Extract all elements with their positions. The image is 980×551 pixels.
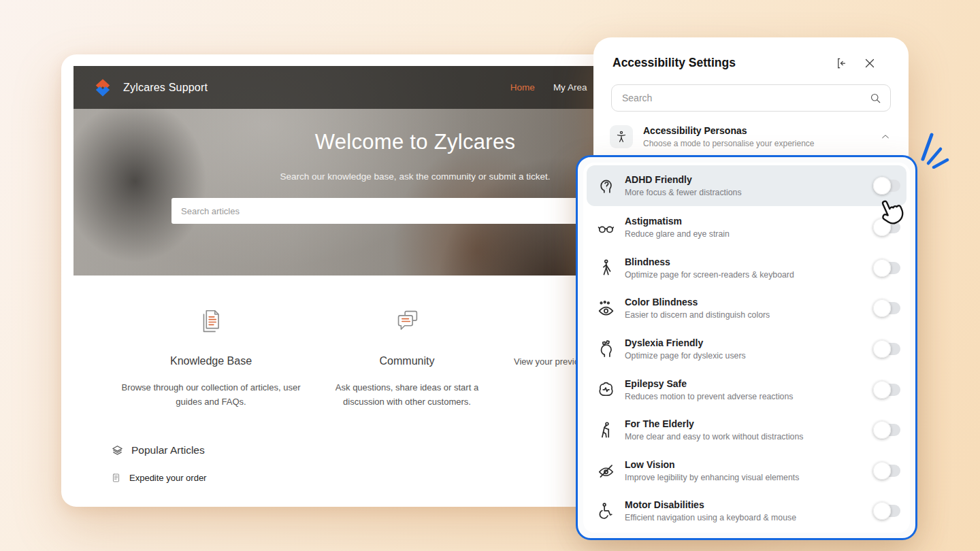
card-title: Community [309, 355, 505, 367]
nav-link[interactable]: Home [510, 82, 535, 93]
personas-section-title: Accessibility Personas [643, 125, 880, 136]
persona-title: Low Vision [625, 459, 875, 470]
toggle-knob [873, 381, 891, 399]
persona-toggle[interactable] [875, 179, 900, 193]
persona-subtitle: Easier to discern and distinguish colors [625, 310, 875, 320]
panel-title: Accessibility Settings [612, 56, 818, 70]
chevron-up-icon[interactable] [880, 131, 891, 142]
persona-icon [595, 217, 616, 237]
feature-card[interactable]: Knowledge Base Browse through our collec… [113, 305, 309, 410]
persona-title: For The Elderly [625, 418, 875, 429]
persona-text: Color Blindness Easier to discern and di… [625, 297, 875, 320]
persona-toggle[interactable] [875, 423, 900, 437]
persona-row[interactable]: Dyslexia Friendly Optimize page for dysl… [583, 329, 910, 369]
panel-header: Accessibility Settings [593, 37, 909, 70]
toggle-knob [873, 218, 891, 236]
personas-list: ADHD Friendly More focus & fewer distrac… [583, 163, 910, 533]
persona-title: Blindness [625, 256, 875, 267]
persona-subtitle: Optimize page for dyslexic users [625, 351, 875, 361]
dock-left-icon[interactable] [834, 56, 847, 70]
personas-section-text: Accessibility Personas Choose a mode to … [643, 125, 880, 148]
nav-link-label: Home [510, 82, 535, 93]
card-description: Ask questions, share ideas or start a di… [315, 381, 499, 410]
persona-text: Epilepsy Safe Reduces motion to prevent … [625, 378, 875, 401]
persona-text: For The Elderly More clear and easy to w… [625, 418, 875, 441]
nav-link-label: My Area [553, 82, 587, 93]
site-brand: Zylcares Support [123, 82, 208, 94]
persona-row[interactable]: Color Blindness Easier to discern and di… [583, 288, 910, 329]
card-description: Browse through our collection of article… [119, 381, 303, 410]
persona-row[interactable]: For The Elderly More clear and easy to w… [583, 410, 910, 450]
persona-toggle[interactable] [875, 383, 900, 397]
card-icon [113, 305, 309, 339]
panel-search-box [611, 84, 891, 112]
persona-toggle[interactable] [875, 342, 900, 356]
toggle-knob [873, 259, 891, 277]
accessibility-person-icon [615, 130, 628, 144]
persona-title: Dyslexia Friendly [625, 337, 875, 348]
spark-lines-icon [917, 128, 950, 169]
toggle-knob [873, 462, 891, 480]
persona-text: ADHD Friendly More focus & fewer distrac… [625, 174, 875, 197]
persona-subtitle: Optimize page for screen-readers & keybo… [625, 270, 875, 280]
persona-subtitle: More focus & fewer distractions [625, 188, 875, 197]
persona-subtitle: Improve legibility by enhancing visual e… [625, 473, 875, 482]
personas-spotlight: ADHD Friendly More focus & fewer distrac… [576, 155, 917, 540]
close-icon[interactable] [863, 56, 877, 70]
persona-toggle[interactable] [875, 220, 900, 234]
card-title: Knowledge Base [113, 355, 309, 367]
persona-icon [595, 380, 616, 400]
layers-icon [111, 444, 124, 457]
persona-row[interactable]: Motor Disabilities Efficient navigation … [583, 491, 910, 532]
article-icon [111, 473, 121, 483]
persona-title: ADHD Friendly [625, 174, 875, 185]
persona-icon [595, 339, 616, 359]
persona-icon [595, 501, 616, 521]
persona-text: Dyslexia Friendly Optimize page for dysl… [625, 337, 875, 361]
persona-text: Blindness Optimize page for screen-reade… [625, 256, 875, 280]
persona-title: Astigmatism [625, 216, 875, 227]
persona-toggle[interactable] [875, 464, 900, 478]
persona-text: Motor Disabilities Efficient navigation … [625, 499, 875, 522]
persona-toggle[interactable] [875, 261, 900, 275]
zylcares-logo-icon [91, 76, 114, 99]
toggle-knob [873, 421, 891, 439]
feature-card[interactable]: Community Ask questions, share ideas or … [309, 305, 505, 410]
persona-title: Color Blindness [625, 297, 875, 307]
nav-link[interactable]: My Area [553, 82, 587, 93]
persona-icon [595, 461, 616, 481]
persona-subtitle: More clear and easy to work without dist… [625, 432, 875, 441]
personas-section-header[interactable]: Accessibility Personas Choose a mode to … [610, 125, 891, 148]
persona-row[interactable]: ADHD Friendly More focus & fewer distrac… [587, 165, 906, 206]
persona-icon [595, 176, 616, 196]
panel-search-input[interactable] [621, 92, 869, 104]
toggle-knob [873, 177, 891, 195]
popular-articles-label: Popular Articles [131, 444, 205, 456]
card-icon [309, 305, 505, 339]
persona-text: Astigmatism Reduce glare and eye strain [625, 216, 875, 239]
persona-title: Motor Disabilities [625, 499, 875, 510]
persona-icon [595, 258, 616, 278]
persona-icon [595, 420, 616, 440]
persona-toggle[interactable] [875, 301, 900, 315]
persona-row[interactable]: Epilepsy Safe Reduces motion to prevent … [583, 369, 910, 410]
persona-row[interactable]: Astigmatism Reduce glare and eye strain [583, 207, 910, 248]
persona-text: Low Vision Improve legibility by enhanci… [625, 459, 875, 482]
toggle-knob [873, 340, 891, 358]
persona-subtitle: Reduces motion to prevent adverse reacti… [625, 392, 875, 401]
search-icon [869, 92, 881, 104]
personas-section-subtitle: Choose a mode to personalise your experi… [643, 139, 880, 148]
persona-subtitle: Efficient navigation using a keyboard & … [625, 513, 875, 522]
persona-toggle[interactable] [875, 504, 900, 518]
persona-subtitle: Reduce glare and eye strain [625, 229, 875, 239]
article-title: Expedite your order [129, 473, 206, 483]
persona-icon [595, 298, 616, 318]
persona-row[interactable]: Low Vision Improve legibility by enhanci… [583, 450, 910, 491]
toggle-knob [873, 502, 891, 520]
persona-title: Epilepsy Safe [625, 378, 875, 389]
toggle-knob [873, 299, 891, 317]
persona-row[interactable]: Blindness Optimize page for screen-reade… [583, 248, 910, 288]
personas-section-iconbox [610, 125, 633, 148]
